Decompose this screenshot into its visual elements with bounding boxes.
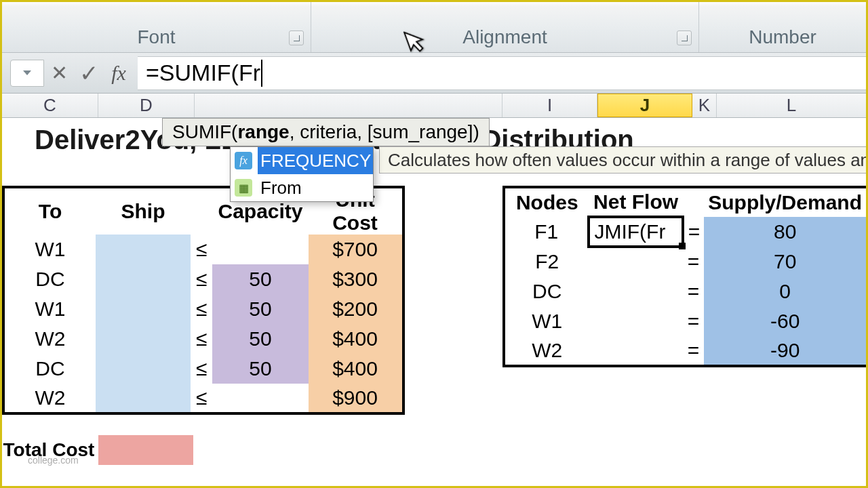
ribbon-group-alignment-label: Alignment bbox=[462, 26, 547, 48]
th-to: To bbox=[3, 187, 96, 235]
col-header-gap bbox=[195, 94, 502, 117]
ribbon-group-number: Number bbox=[699, 2, 866, 52]
col-header-d[interactable]: D bbox=[98, 94, 195, 117]
col-header-c[interactable]: C bbox=[2, 94, 98, 117]
formula-cancel-icon[interactable]: ✕ bbox=[44, 60, 74, 87]
name-box-dropdown[interactable] bbox=[10, 60, 44, 87]
insert-function-icon[interactable]: fx bbox=[104, 60, 134, 87]
function-icon: fx bbox=[235, 152, 252, 169]
th-net-flow: Net Flow bbox=[589, 187, 682, 217]
table-row: W1 = -60 bbox=[504, 306, 866, 336]
ribbon-group-font: Font bbox=[2, 2, 311, 52]
table-row: W1 ≤ $700 bbox=[3, 235, 403, 264]
table-row: W2 ≤ 50 $400 bbox=[3, 324, 403, 354]
shipping-table: To Ship Capacity Unit Cost W1 ≤ $700 DC … bbox=[2, 186, 405, 415]
ribbon-group-number-label: Number bbox=[749, 26, 816, 48]
th-nodes: Nodes bbox=[504, 187, 589, 217]
col-header-l[interactable]: L bbox=[717, 94, 866, 117]
formula-enter-icon[interactable]: ✓ bbox=[74, 60, 104, 87]
table-row: DC ≤ 50 $400 bbox=[3, 354, 403, 384]
table-row: F2 = 70 bbox=[504, 247, 866, 277]
function-syntax-tooltip[interactable]: SUMIF(range, criteria, [sum_range]) bbox=[162, 118, 490, 146]
ribbon-group-alignment: Alignment bbox=[311, 2, 699, 52]
col-header-i[interactable]: I bbox=[502, 94, 597, 117]
autocomplete-item-from[interactable]: ▦ From bbox=[231, 174, 373, 201]
col-header-j-active[interactable]: J bbox=[597, 94, 692, 117]
autocomplete-item-frequency[interactable]: fx FREQUENCY bbox=[231, 147, 373, 174]
col-header-k[interactable]: K bbox=[692, 94, 717, 117]
column-headers: C D I J K L bbox=[2, 94, 866, 118]
formula-input[interactable]: =SUMIF(Fr bbox=[138, 56, 866, 90]
named-range-icon: ▦ bbox=[235, 179, 252, 197]
font-dialog-launcher-icon[interactable] bbox=[289, 30, 304, 45]
alignment-dialog-launcher-icon[interactable] bbox=[677, 30, 692, 45]
total-cost-cell[interactable] bbox=[98, 435, 193, 465]
table-row: W1 ≤ 50 $200 bbox=[3, 294, 403, 324]
table-row: W2 = -90 bbox=[504, 336, 866, 366]
syntax-fn-name: SUMIF bbox=[172, 121, 231, 143]
formula-bar: ✕ ✓ fx =SUMIF(Fr bbox=[2, 53, 866, 94]
ribbon-groups-row: Font Alignment Number bbox=[2, 2, 866, 53]
th-ship: Ship bbox=[96, 187, 191, 235]
syntax-current-arg: range bbox=[237, 121, 289, 143]
formula-autocomplete-list[interactable]: fx FREQUENCY ▦ From bbox=[230, 146, 374, 202]
active-cell[interactable]: JMIF(Fr bbox=[589, 217, 682, 247]
table-row: W2 ≤ $900 bbox=[3, 384, 403, 413]
th-supply-demand: Supply/Demand bbox=[704, 187, 866, 217]
formula-text: =SUMIF(Fr bbox=[146, 60, 260, 86]
table-row: DC ≤ 50 $300 bbox=[3, 264, 403, 294]
autocomplete-description: Calculates how often values occur within… bbox=[379, 146, 868, 174]
table-row: DC = 0 bbox=[504, 277, 866, 306]
th-leq bbox=[191, 187, 212, 235]
worksheet-grid[interactable]: Deliver2You, LLC — Logistics and Distrib… bbox=[2, 118, 866, 486]
table-row: F1 JMIF(Fr = 80 bbox=[504, 217, 866, 247]
watermark: college.com bbox=[28, 455, 79, 466]
ribbon-group-font-label: Font bbox=[137, 26, 175, 48]
nodes-table: Nodes Net Flow Supply/Demand F1 JMIF(Fr … bbox=[502, 186, 866, 367]
